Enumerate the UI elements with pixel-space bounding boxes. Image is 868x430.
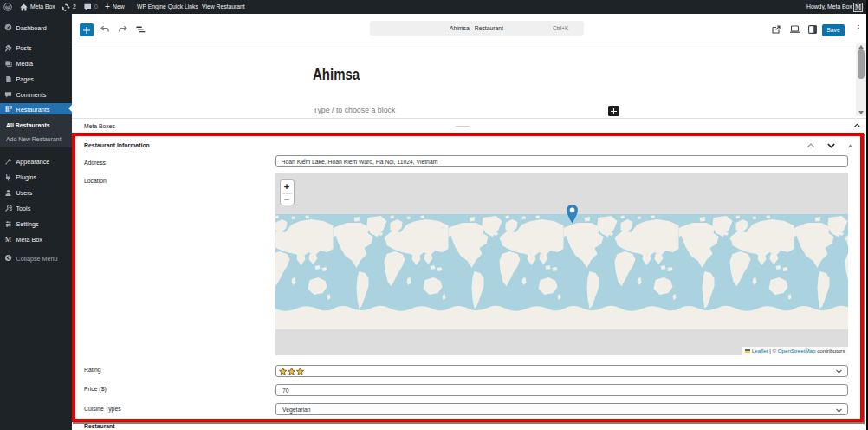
- svg-text:M: M: [5, 236, 11, 244]
